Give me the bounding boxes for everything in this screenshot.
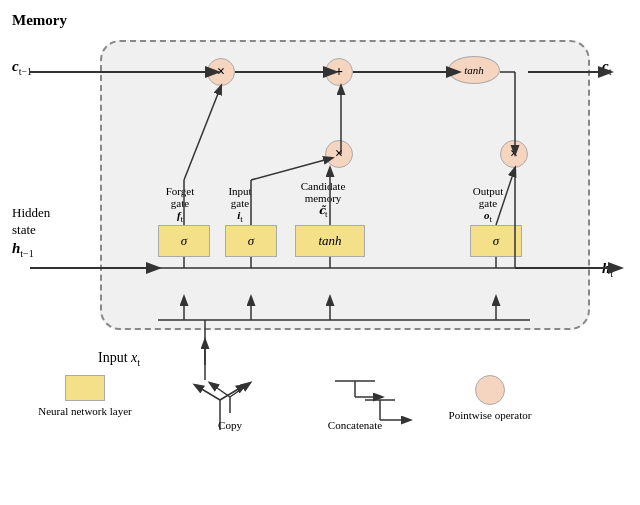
legend-concatenate: Concatenate	[300, 375, 410, 431]
svg-line-36	[210, 383, 230, 397]
output-gate-label: Outputgateot	[453, 185, 523, 224]
legend-nn-layer: Neural network layer	[20, 375, 150, 417]
multiply-op-2: ×	[325, 140, 353, 168]
input-label: Input xt	[98, 350, 140, 368]
add-op: +	[325, 58, 353, 86]
ct-label: ct	[602, 58, 611, 77]
legend-nn-box	[65, 375, 105, 401]
legend-concat-icon	[320, 375, 390, 415]
tanh-oval: tanh	[448, 56, 500, 84]
lstm-diagram: Memory ct−1 Hiddenstate ht−1 Input xt ct…	[10, 10, 630, 505]
legend-pointwise: Pointwise operator	[440, 375, 540, 421]
legend-copy: Copy	[180, 375, 280, 431]
legend-concat-label: Concatenate	[328, 419, 382, 431]
ct-minus1-label: ct−1	[12, 58, 32, 77]
multiply-op-1: ×	[207, 58, 235, 86]
sigma-forget: σ	[158, 225, 210, 257]
legend-pointwise-circle	[475, 375, 505, 405]
legend-copy-label: Copy	[218, 419, 242, 431]
tanh-candidate: tanh	[295, 225, 365, 257]
candidate-gate-label: Candidatememoryc̃t	[278, 180, 368, 219]
legend: Neural network layer Copy	[20, 375, 640, 431]
hidden-state-label: Hiddenstate	[12, 205, 50, 239]
ht-minus1-label: ht−1	[12, 240, 34, 259]
legend-pointwise-label: Pointwise operator	[449, 409, 532, 421]
legend-copy-icon	[200, 375, 260, 415]
multiply-op-3: ×	[500, 140, 528, 168]
input-gate-label: Inputgateit	[210, 185, 270, 224]
sigma-input: σ	[225, 225, 277, 257]
forget-gate-label: Forgetgateft	[140, 185, 220, 224]
ht-label: ht	[602, 260, 613, 279]
sigma-output: σ	[470, 225, 522, 257]
svg-line-35	[230, 383, 250, 397]
memory-label: Memory	[12, 12, 67, 29]
legend-nn-label: Neural network layer	[38, 405, 131, 417]
